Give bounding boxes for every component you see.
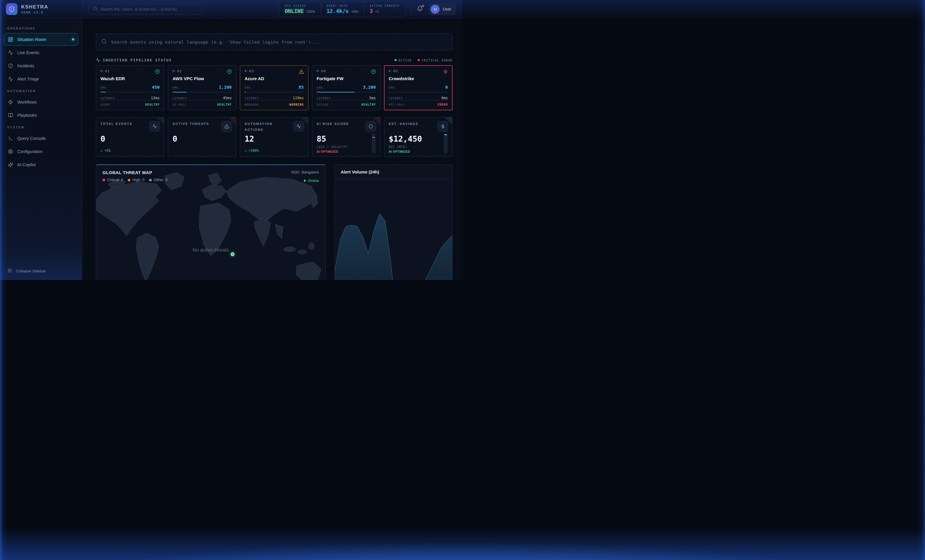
pipeline-section-header: INGESTION PIPELINE STATUS ACTIVE CRITICA… [96, 58, 452, 62]
kpi-value: 12 [245, 134, 254, 143]
green-dot-icon [395, 59, 396, 61]
menu-icon [7, 268, 12, 274]
source-label: WEBHOOK [245, 103, 259, 106]
pipeline-id: P-01 [101, 69, 110, 73]
user-menu-button[interactable]: U User [429, 3, 456, 15]
activity-icon-button[interactable] [149, 121, 160, 132]
eps-label: EPS [389, 86, 395, 89]
sidebar-item-alert-triage[interactable]: Alert Triage [3, 72, 78, 85]
sidebar-item-label: Situation Room [17, 37, 46, 42]
eps-label: EPS [173, 86, 179, 89]
sidebar-item-query-console[interactable]: Query Console [3, 132, 78, 144]
alert-triangle-icon [299, 69, 304, 75]
zap-icon [8, 99, 14, 105]
pipeline-id: P-03 [245, 69, 254, 73]
collapse-sidebar-button[interactable]: Collapse Sidebar [0, 262, 82, 280]
sidebar-item-playbooks[interactable]: Playbooks [3, 109, 78, 122]
eps-label: EPS [245, 86, 251, 89]
sidebar-item-label: Configuration [17, 149, 42, 154]
sidebar-item-incidents[interactable]: Incidents [3, 59, 78, 72]
global-search[interactable] [89, 3, 202, 15]
latency-value: 0ms [441, 96, 448, 100]
kpi-title: AI RISK SCORE [316, 121, 355, 127]
active-indicator-dot [72, 38, 74, 41]
eps-bar [173, 92, 232, 92]
kpi-subtitle: CVSS + VELOCITY [316, 146, 347, 149]
topbar: SYS STATUS ONLINE 100% EVENT RATE 12.4k/… [82, 0, 462, 18]
pipeline-name: AWS VPC Flow [173, 76, 232, 81]
latency-label: LATENCY [245, 96, 259, 100]
map-header-right: SOC: Bangalore Online [291, 170, 319, 183]
kpi-automation-actions: AUTOMATION ACTIONS 12 ↗ +100% [240, 117, 309, 157]
kpi-title: AUTOMATION ACTIONS [245, 121, 283, 133]
pipeline-name: Azure AD [245, 76, 304, 81]
gray-dot-icon [149, 179, 152, 182]
sidebar-item-situation-room[interactable]: Situation Room [3, 33, 78, 46]
active-threats-suffix: +1 [375, 10, 379, 14]
nl-search[interactable] [96, 34, 452, 50]
sparkles-icon [8, 162, 14, 168]
latency-value: 45ms [223, 96, 232, 100]
sidebar-item-label: AI Copilot [17, 162, 36, 167]
eps-label: EPS [101, 86, 107, 89]
global-search-input[interactable] [101, 7, 198, 11]
latency-value: 12ms [151, 96, 160, 100]
legend-high-label: High: 0 [133, 178, 145, 182]
active-threats-label: ACTIVE THREATS [370, 4, 399, 8]
shield-icon-button[interactable] [366, 121, 376, 132]
alert-volume-chart [335, 180, 452, 280]
search-icon [93, 6, 98, 12]
pipeline-card-p03: P-03 Azure AD EPS85 LATENCY120ms WEBHOOK… [240, 65, 309, 110]
sidebar-item-label: Live Events [17, 50, 39, 55]
activity-icon-button[interactable] [294, 121, 304, 132]
eps-value: 85 [299, 85, 304, 90]
brand-shield-icon [6, 3, 18, 15]
red-dot-icon [418, 59, 420, 61]
eps-bar-fill [316, 92, 354, 92]
sidebar-item-configuration[interactable]: Configuration [3, 145, 78, 158]
sys-status-suffix: 100% [306, 10, 315, 14]
global-threat-map-panel: GLOBAL THREAT MAP Critical: 0 High: 0 Ot… [96, 164, 326, 280]
online-status: Online [291, 179, 319, 183]
legend-critical-label: Critical: 0 [107, 178, 123, 182]
notifications-button[interactable] [416, 5, 423, 14]
zap-icon [443, 69, 448, 75]
sidebar-item-ai-copilot[interactable]: AI Copilot [3, 158, 78, 171]
risk-gauge [372, 134, 375, 153]
sidebar-item-label: Incidents [17, 63, 34, 68]
alert-triangle-icon-button[interactable] [221, 121, 232, 132]
pipeline-card-p02: P-02 AWS VPC Flow EPS1,200 LATENCY45ms S… [168, 65, 237, 110]
map-header: GLOBAL THREAT MAP Critical: 0 High: 0 Ot… [96, 165, 325, 188]
kpi-ai-risk-score: AI RISK SCORE 85 CVSS + VELOCITY AI OPTI… [312, 117, 381, 157]
dollar-icon-button[interactable] [438, 121, 448, 132]
sidebar-item-live-events[interactable]: Live Events [3, 46, 78, 59]
nav-section-operations: OPERATIONS [7, 27, 75, 30]
legend-critical-error: CRITICAL ERROR [418, 59, 452, 62]
soc-location-marker [230, 252, 234, 256]
risk-gauge-marker [372, 137, 375, 138]
map-legend: Critical: 0 High: 0 Other: 0 [102, 178, 167, 182]
avatar: U [431, 5, 440, 14]
source-label: SYSLOG [316, 103, 329, 106]
alert-volume-title: Alert Volume (24h) [340, 170, 446, 174]
latency-label: LATENCY [173, 96, 187, 100]
nl-search-input[interactable] [111, 40, 447, 45]
activity-icon [8, 50, 14, 56]
app-version: SOAR v3.0 [21, 11, 48, 14]
active-threats-value: 3 [370, 8, 373, 14]
ai-optimized-badge: AI OPTIMIZED [389, 150, 410, 153]
dashboard-grid-icon [8, 37, 14, 42]
kpi-active-threats: ACTIVE THREATS 0 [168, 117, 237, 157]
topbar-right: SYS STATUS ONLINE 100% EVENT RATE 12.4k/… [279, 2, 456, 17]
event-rate-value: 12.4k/s [327, 8, 349, 14]
status-badge: HEALTHY [145, 103, 160, 106]
topbar-divider [411, 4, 411, 14]
sidebar-item-workflows[interactable]: Workflows [3, 96, 78, 108]
map-empty-message: No active threats [193, 247, 229, 252]
activity-icon [8, 76, 14, 82]
check-circle-icon [227, 69, 232, 75]
legend-active-label: ACTIVE [399, 59, 412, 62]
kpi-title: ACTIVE THREATS [173, 121, 211, 127]
alert-volume-area-chart [335, 180, 452, 280]
pipeline-name: Wazuh EDR [101, 76, 160, 81]
